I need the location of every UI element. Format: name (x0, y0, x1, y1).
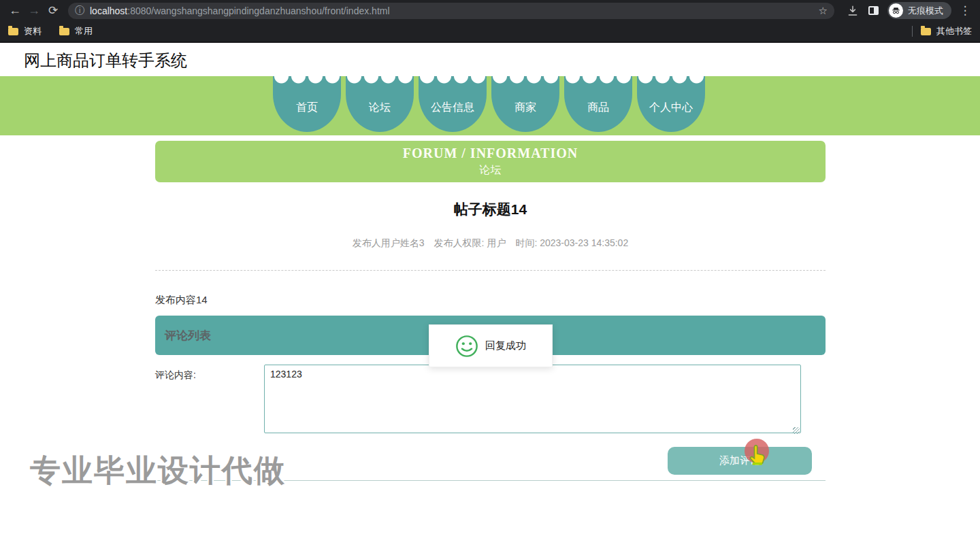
browser-chrome: ← → ⟳ ⓘ localhost:8080/wangshangshangpin… (0, 0, 980, 43)
success-toast: 回复成功 (429, 324, 553, 367)
post-header: 帖子标题14 发布人用户姓名3发布人权限: 用户时间: 2023-03-23 1… (155, 200, 826, 271)
post-title: 帖子标题14 (155, 200, 826, 219)
post-role: 发布人权限: 用户 (434, 237, 506, 248)
bookmark-star-icon[interactable]: ☆ (819, 5, 828, 17)
browser-toolbar: ← → ⟳ ⓘ localhost:8080/wangshangshangpin… (0, 0, 980, 21)
banner-title-en: FORUM / INFORMATION (155, 146, 826, 161)
banner-title-cn: 论坛 (155, 163, 826, 178)
main-navbar: 首页 论坛 公告信息 商家 商品 个人中心 (0, 76, 980, 135)
post-content: 发布内容14 (155, 294, 826, 307)
nav-item-announcements[interactable]: 公告信息 (419, 76, 487, 132)
cursor-hand-icon (748, 444, 768, 469)
url-text[interactable]: localhost:8080/wangshangshangpindingdanz… (90, 5, 390, 16)
main-content: FORUM / INFORMATION 论坛 帖子标题14 发布人用户姓名3发布… (155, 141, 826, 481)
smiley-success-icon (455, 335, 478, 358)
nav-item-home[interactable]: 首页 (273, 76, 341, 132)
address-bar[interactable]: ⓘ localhost:8080/wangshangshangpindingda… (68, 3, 834, 19)
toast-text: 回复成功 (485, 339, 526, 352)
site-title: 网上商品订单转手系统 (24, 50, 187, 71)
nav-item-products[interactable]: 商品 (564, 76, 632, 132)
folder-icon (921, 28, 931, 35)
site-header: 网上商品订单转手系统 (0, 43, 980, 76)
comment-content-label: 评论内容: (155, 365, 264, 436)
folder-icon (59, 28, 69, 35)
reload-button[interactable]: ⟳ (44, 2, 63, 20)
comment-textarea[interactable]: 123123 (264, 365, 801, 433)
bookmark-folder-changyong[interactable]: 常用 (59, 25, 93, 37)
bookmarks-separator (912, 26, 913, 37)
incognito-badge: 无痕模式 (887, 2, 951, 19)
incognito-icon (889, 3, 903, 18)
post-author: 发布人用户姓名3 (353, 237, 425, 248)
nav-item-forum[interactable]: 论坛 (346, 76, 414, 132)
side-panel-icon[interactable] (863, 6, 883, 15)
bookmark-folder-ziliao[interactable]: 资料 (8, 25, 42, 37)
forward-button[interactable]: → (24, 2, 44, 20)
comments-header-title: 评论列表 (165, 328, 211, 343)
add-comment-button[interactable]: 添加评论 (668, 447, 812, 475)
page-info-icon[interactable]: ⓘ (75, 5, 84, 17)
post-time: 时间: 2023-03-23 14:35:02 (515, 237, 628, 248)
watermark-text: 专业毕业设计代做 (30, 450, 286, 491)
browser-menu-icon[interactable]: ⋮ (956, 2, 975, 20)
download-icon[interactable] (843, 5, 863, 17)
post-meta: 发布人用户姓名3发布人权限: 用户时间: 2023-03-23 14:35:02 (155, 237, 826, 250)
back-button[interactable]: ← (5, 2, 24, 20)
forum-banner: FORUM / INFORMATION 论坛 (155, 141, 826, 182)
bookmarks-bar: 资料 常用 其他书签 (0, 21, 980, 41)
other-bookmarks[interactable]: 其他书签 (921, 25, 972, 37)
folder-icon (8, 28, 18, 35)
nav-item-personal-center[interactable]: 个人中心 (637, 76, 705, 132)
nav-item-merchants[interactable]: 商家 (491, 76, 559, 132)
comment-form: 评论内容: 123123 (155, 365, 826, 436)
